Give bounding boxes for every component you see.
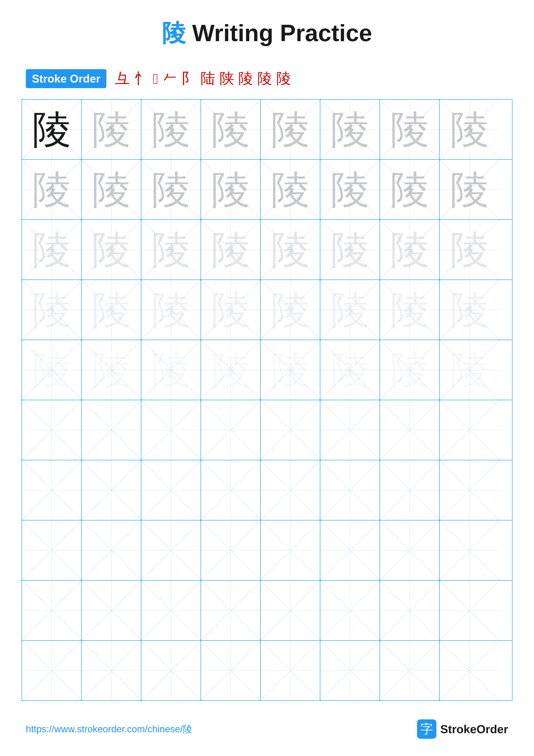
grid-cell-6-1[interactable]	[22, 400, 82, 460]
grid-cell-10-8[interactable]	[440, 641, 499, 700]
grid-cell-5-3[interactable]: 陵	[141, 340, 201, 400]
grid-cell-1-8[interactable]: 陵	[440, 99, 499, 159]
grid-cell-9-4[interactable]	[201, 580, 261, 640]
grid-cell-2-3[interactable]: 陵	[141, 160, 201, 219]
char-guide: 陵	[271, 170, 310, 209]
grid-cell-2-2[interactable]: 陵	[82, 160, 141, 219]
grid-cell-8-3[interactable]	[141, 521, 201, 580]
grid-cell-7-3[interactable]	[141, 460, 201, 520]
grid-cell-5-4[interactable]: 陵	[201, 340, 261, 400]
grid-cell-6-5[interactable]	[261, 400, 320, 460]
footer: https://www.strokeorder.com/chinese/陵 字 …	[0, 719, 534, 739]
svg-line-157	[380, 641, 439, 700]
grid-cell-7-4[interactable]	[201, 460, 261, 520]
grid-cell-2-6[interactable]: 陵	[320, 160, 380, 219]
grid-cell-2-4[interactable]: 陵	[201, 160, 261, 219]
grid-cell-8-8[interactable]	[440, 521, 499, 580]
stroke-step-5: 阝	[182, 69, 196, 88]
grid-cell-10-5[interactable]	[261, 641, 320, 700]
grid-cell-5-8[interactable]: 陵	[440, 340, 499, 400]
grid-cell-10-4[interactable]	[201, 641, 261, 700]
grid-cell-5-7[interactable]: 陵	[380, 340, 440, 400]
grid-cell-2-8[interactable]: 陵	[440, 160, 499, 219]
grid-cell-4-2[interactable]: 陵	[82, 280, 141, 339]
footer-url-link[interactable]: https://www.strokeorder.com/chinese/陵	[26, 723, 192, 736]
grid-cell-2-7[interactable]: 陵	[380, 160, 440, 219]
grid-cell-10-2[interactable]	[82, 641, 141, 700]
grid-cell-9-1[interactable]	[22, 580, 82, 640]
grid-cell-4-4[interactable]: 陵	[201, 280, 261, 339]
svg-line-143	[440, 580, 499, 640]
svg-line-158	[440, 641, 499, 700]
grid-cell-5-6[interactable]: 陵	[320, 340, 380, 400]
grid-cell-6-8[interactable]	[440, 400, 499, 460]
grid-cell-9-6[interactable]	[320, 580, 380, 640]
grid-cell-3-8[interactable]: 陵	[440, 220, 499, 280]
grid-cell-4-1[interactable]: 陵	[22, 280, 82, 339]
grid-cell-4-7[interactable]: 陵	[380, 280, 440, 339]
grid-cell-5-5[interactable]: 陵	[261, 340, 320, 400]
grid-cell-5-1[interactable]: 陵	[22, 340, 82, 400]
grid-cell-8-5[interactable]	[261, 521, 320, 580]
grid-cell-4-8[interactable]: 陵	[440, 280, 499, 339]
grid-cell-6-6[interactable]	[320, 400, 380, 460]
grid-cell-10-7[interactable]	[380, 641, 440, 700]
grid-cell-8-4[interactable]	[201, 521, 261, 580]
grid-cell-5-2[interactable]: 陵	[82, 340, 141, 400]
svg-line-100	[141, 460, 201, 520]
char-guide: 陵	[32, 290, 71, 329]
svg-line-98	[82, 460, 141, 520]
grid-cell-10-3[interactable]	[141, 641, 201, 700]
grid-cell-7-5[interactable]	[261, 460, 320, 520]
grid-cell-9-8[interactable]	[440, 580, 499, 640]
writing-grid[interactable]: 陵 陵 陵 陵 陵 陵 陵 陵 陵	[21, 99, 513, 701]
grid-row-7	[22, 460, 512, 521]
grid-cell-9-2[interactable]	[82, 580, 141, 640]
grid-cell-4-5[interactable]: 陵	[261, 280, 320, 339]
grid-cell-7-8[interactable]	[440, 460, 499, 520]
grid-cell-3-4[interactable]: 陵	[201, 220, 261, 280]
grid-cell-3-1[interactable]: 陵	[22, 220, 82, 280]
grid-cell-6-7[interactable]	[380, 400, 440, 460]
svg-line-128	[22, 580, 81, 640]
grid-cell-10-6[interactable]	[320, 641, 380, 700]
grid-cell-1-3[interactable]: 陵	[141, 99, 201, 159]
grid-cell-1-6[interactable]: 陵	[320, 99, 380, 159]
svg-line-149	[141, 641, 201, 700]
stroke-step-7: 陕	[219, 69, 234, 88]
grid-cell-7-6[interactable]	[320, 460, 380, 520]
grid-cell-3-7[interactable]: 陵	[380, 220, 440, 280]
stroke-step-8: 陵	[239, 69, 253, 88]
char-guide: 陵	[32, 230, 71, 269]
grid-cell-6-3[interactable]	[141, 400, 201, 460]
char-guide: 陵	[450, 230, 489, 269]
grid-cell-4-3[interactable]: 陵	[141, 280, 201, 339]
char-guide: 陵	[92, 110, 131, 149]
grid-cell-9-3[interactable]	[141, 580, 201, 640]
grid-cell-1-5[interactable]: 陵	[261, 99, 320, 159]
grid-cell-3-5[interactable]: 陵	[261, 220, 320, 280]
grid-cell-1-7[interactable]: 陵	[380, 99, 440, 159]
svg-line-105	[261, 460, 320, 520]
grid-cell-1-4[interactable]: 陵	[201, 99, 261, 159]
grid-cell-8-7[interactable]	[380, 521, 440, 580]
grid-cell-3-2[interactable]: 陵	[82, 220, 141, 280]
grid-cell-7-2[interactable]	[82, 460, 141, 520]
grid-cell-1-1[interactable]: 陵	[22, 99, 82, 159]
grid-cell-4-6[interactable]: 陵	[320, 280, 380, 339]
grid-cell-6-4[interactable]	[201, 400, 261, 460]
grid-cell-8-6[interactable]	[320, 521, 380, 580]
grid-cell-2-5[interactable]: 陵	[261, 160, 320, 219]
grid-cell-1-2[interactable]: 陵	[82, 99, 141, 159]
grid-cell-7-1[interactable]	[22, 460, 82, 520]
grid-cell-2-1[interactable]: 陵	[22, 160, 82, 219]
grid-cell-9-7[interactable]	[380, 580, 440, 640]
grid-cell-3-6[interactable]: 陵	[320, 220, 380, 280]
grid-cell-6-2[interactable]	[82, 400, 141, 460]
grid-cell-3-3[interactable]: 陵	[141, 220, 201, 280]
grid-cell-8-2[interactable]	[82, 521, 141, 580]
grid-cell-8-1[interactable]	[22, 521, 82, 580]
grid-cell-9-5[interactable]	[261, 580, 320, 640]
grid-cell-7-7[interactable]	[380, 460, 440, 520]
grid-cell-10-1[interactable]	[22, 641, 82, 700]
